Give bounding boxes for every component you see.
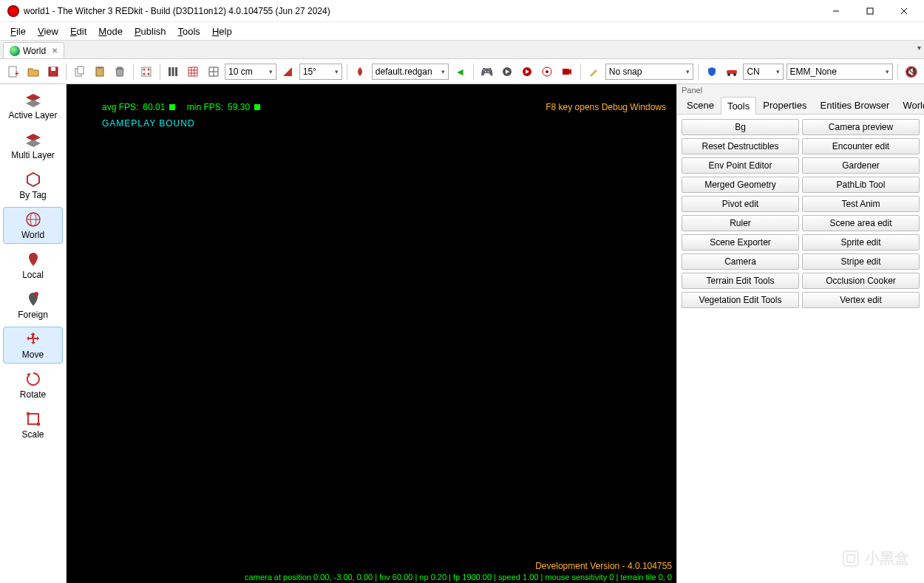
- panel-tab-tools[interactable]: Tools: [721, 97, 756, 115]
- grid-snap-button[interactable]: [205, 63, 222, 81]
- close-button[interactable]: [887, 0, 921, 22]
- menu-file[interactable]: File: [4, 24, 32, 38]
- tool-sprite-edit[interactable]: Sprite edit: [802, 234, 920, 250]
- sound-button[interactable]: 🔇: [903, 63, 920, 81]
- panel-tab-world[interactable]: World: [896, 96, 924, 114]
- minimize-button[interactable]: [819, 0, 853, 22]
- tool-scene-area-edit[interactable]: Scene area edit: [802, 215, 920, 231]
- svg-point-27: [727, 73, 730, 76]
- document-tabbar: World ✕ ▾: [0, 40, 924, 59]
- menu-view[interactable]: View: [32, 24, 64, 38]
- tool-vegetation-edit-tools[interactable]: Vegetation Edit Tools: [682, 292, 799, 308]
- rotate-icon: [24, 370, 42, 388]
- material-icon[interactable]: [352, 63, 369, 81]
- sidebar-active-layer[interactable]: Active Layer: [3, 87, 63, 124]
- tabbar-overflow-icon[interactable]: ▾: [917, 44, 921, 52]
- save-button[interactable]: [44, 63, 61, 81]
- controller-button[interactable]: 🎮: [478, 63, 495, 81]
- paste-button[interactable]: [91, 63, 108, 81]
- tool-bg[interactable]: Bg: [682, 119, 799, 135]
- svg-rect-35: [37, 423, 40, 426]
- svg-point-16: [143, 72, 146, 75]
- tool-merged-geometry[interactable]: Merged Geometry: [682, 177, 799, 193]
- tool-encounter-edit[interactable]: Encounter edit: [802, 138, 920, 154]
- grid-toggle-button[interactable]: [185, 63, 202, 81]
- car-button[interactable]: [723, 63, 740, 81]
- new-doc-button[interactable]: +: [4, 63, 21, 81]
- menu-edit[interactable]: Edit: [64, 24, 92, 38]
- grid-unit-combo[interactable]: 10 cm▾: [225, 64, 276, 80]
- svg-text:+: +: [15, 69, 19, 78]
- sidebar-foreign[interactable]: Foreign: [3, 287, 63, 324]
- panel-tab-scene[interactable]: Scene: [680, 96, 721, 114]
- fps-readout: avg FPS: 60.01 min FPS: 59.30: [102, 102, 260, 112]
- sidebar-label: Foreign: [18, 310, 48, 320]
- tool-reset-destructibles[interactable]: Reset Destructibles: [682, 138, 799, 154]
- angle-snap-button[interactable]: [279, 63, 296, 81]
- tool-scene-exporter[interactable]: Scene Exporter: [682, 234, 799, 250]
- tool-ruler[interactable]: Ruler: [682, 215, 799, 231]
- region-combo[interactable]: CN▾: [743, 64, 783, 80]
- tool-pivot-edit[interactable]: Pivot edit: [682, 196, 799, 212]
- shield-button[interactable]: [703, 63, 720, 81]
- sidebar-local[interactable]: Local: [3, 247, 63, 284]
- menu-tools[interactable]: Tools: [172, 24, 206, 38]
- tool-env-point-editor[interactable]: Env Point Editor: [682, 157, 799, 174]
- tool-pathlib-tool[interactable]: PathLib Tool: [802, 177, 920, 193]
- menu-mode[interactable]: Mode: [92, 24, 129, 38]
- tool-gardener[interactable]: Gardener: [802, 157, 920, 174]
- sidebar-world[interactable]: World: [3, 207, 63, 244]
- tool-vertex-edit[interactable]: Vertex edit: [802, 292, 920, 308]
- fps-indicator-icon: [254, 104, 260, 110]
- snap-combo[interactable]: No snap▾: [605, 64, 693, 80]
- sidebar-rotate[interactable]: Rotate: [3, 366, 63, 403]
- tool-terrain-edit-tools[interactable]: Terrain Edit Tools: [682, 273, 799, 289]
- sidebar-by-tag[interactable]: By Tag: [3, 167, 63, 204]
- emm-combo[interactable]: EMM_None▾: [787, 64, 893, 80]
- svg-point-24: [546, 70, 548, 73]
- open-button[interactable]: [24, 63, 41, 81]
- workspace: Active LayerMulti LayerBy TagWorldLocalF…: [0, 84, 924, 583]
- sidebar-label: By Tag: [19, 190, 46, 200]
- tool-camera-preview[interactable]: Camera preview: [802, 119, 920, 135]
- menu-publish[interactable]: Publish: [129, 24, 172, 38]
- sidebar-label: Scale: [21, 429, 44, 440]
- dev-version-label: Development Version - 4.0.104755: [535, 561, 672, 571]
- sidebar-scale[interactable]: Scale: [3, 406, 63, 443]
- viewport[interactable]: avg FPS: 60.01 min FPS: 59.30 GAMEPLAY B…: [67, 84, 676, 583]
- brush-button[interactable]: [585, 63, 602, 81]
- svg-rect-19: [172, 67, 174, 76]
- sidebar-label: Move: [22, 350, 44, 360]
- sidebar-move[interactable]: Move: [3, 327, 63, 364]
- svg-point-17: [148, 72, 150, 75]
- menu-help[interactable]: Help: [206, 24, 238, 38]
- tool-test-anim[interactable]: Test Anim: [802, 196, 920, 212]
- play-button[interactable]: [498, 63, 515, 81]
- tool-stripe-edit[interactable]: Stripe edit: [802, 253, 920, 270]
- svg-rect-33: [28, 414, 38, 424]
- window-title: world1 - The Witcher 3 REDkit - Build (D…: [24, 6, 819, 16]
- sidebar-multi-layer[interactable]: Multi Layer: [3, 127, 63, 164]
- panel-tabs: SceneToolsPropertiesEntities BrowserWorl…: [677, 96, 924, 115]
- angle-combo[interactable]: 15°▾: [299, 64, 342, 80]
- copy-button[interactable]: [71, 63, 88, 81]
- tab-close-icon[interactable]: ✕: [52, 47, 58, 55]
- maximize-button[interactable]: [853, 0, 887, 22]
- target-button[interactable]: [538, 63, 555, 81]
- layers-icon: [24, 91, 42, 109]
- panel-tab-entities-browser[interactable]: Entities Browser: [813, 96, 896, 114]
- camera-button[interactable]: [559, 63, 576, 81]
- sidebar-label: Local: [22, 270, 44, 280]
- pin-icon: [24, 250, 42, 268]
- tool-camera[interactable]: Camera: [682, 253, 799, 270]
- entity-button[interactable]: [138, 63, 155, 81]
- undo-material-button[interactable]: ◄: [452, 63, 469, 81]
- material-combo[interactable]: default.redgan▾: [372, 64, 449, 80]
- panel-tab-properties[interactable]: Properties: [756, 96, 813, 114]
- column-layout-button[interactable]: [165, 63, 182, 81]
- tool-occlusion-cooker[interactable]: Occlusion Cooker: [802, 273, 920, 289]
- document-tab-world[interactable]: World ✕: [3, 42, 64, 58]
- delete-button[interactable]: [112, 63, 129, 81]
- titlebar: world1 - The Witcher 3 REDkit - Build (D…: [0, 0, 924, 22]
- debug-play-button[interactable]: [518, 63, 535, 81]
